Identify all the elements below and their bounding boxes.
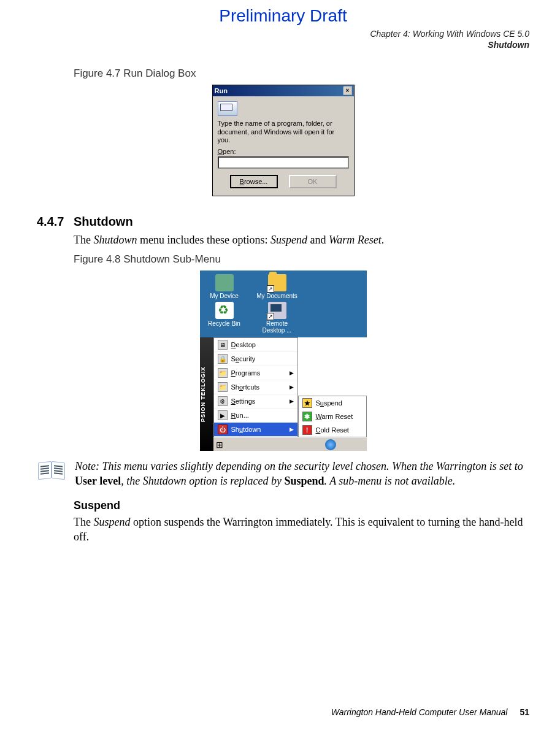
- run-dialog: Run × Type the name of a program, folder…: [212, 85, 355, 196]
- note-text: Note: This menu varies slightly dependin…: [75, 459, 529, 488]
- menu-item-run[interactable]: ▶Run...: [214, 409, 297, 423]
- folder-icon: ↗: [268, 274, 286, 291]
- cold-reset-icon: !: [302, 425, 312, 435]
- label: Remote Desktop ...: [256, 320, 298, 334]
- desktop-icon-my-device[interactable]: My Device: [204, 274, 245, 299]
- desktop-icon-recycle-bin[interactable]: Recycle Bin: [204, 302, 245, 334]
- suspend-paragraph: The Suspend option suspends the Warringt…: [74, 515, 529, 545]
- run-icon: ▶: [218, 410, 228, 420]
- shutdown-submenu-screenshot: My Device ↗ My Documents Recycle Bin ↗ R…: [200, 271, 367, 451]
- footer-page-number: 51: [520, 707, 529, 717]
- label: Recycle Bin: [204, 320, 245, 327]
- taskbar: ⊞: [213, 437, 367, 451]
- header-chapter: Chapter 4: Working With Windows CE 5.0: [37, 28, 529, 39]
- close-icon[interactable]: ×: [343, 86, 352, 95]
- footer-manual-title: Warrington Hand-Held Computer User Manua…: [331, 707, 508, 717]
- menu-item-desktop[interactable]: 🖥Desktop: [214, 338, 297, 352]
- book-icon: [37, 459, 66, 482]
- section-title: Shutdown: [74, 215, 133, 229]
- power-icon: ⏻: [218, 424, 228, 434]
- open-input[interactable]: [218, 156, 349, 169]
- page-footer: Warrington Hand-Held Computer User Manua…: [37, 707, 529, 717]
- remote-desktop-icon: ↗: [268, 302, 286, 319]
- desktop-icon-remote-desktop[interactable]: ↗ Remote Desktop ...: [256, 302, 298, 334]
- header-section: Shutdown: [37, 39, 529, 50]
- desktop-icon: 🖥: [218, 340, 228, 350]
- figure-4-7-caption: Figure 4.7 Run Dialog Box: [74, 67, 529, 80]
- menu-item-programs[interactable]: 📁Programs▶: [214, 366, 297, 380]
- menu-item-security[interactable]: 🔒Security: [214, 352, 297, 366]
- suspend-heading: Suspend: [74, 499, 529, 512]
- shutdown-submenu: ★Suspend ✱Warm Reset !Cold Reset: [298, 396, 367, 437]
- browse-button[interactable]: Browse...: [230, 175, 278, 188]
- menu-item-shutdown[interactable]: ⏻Shutdown▶: [214, 423, 297, 437]
- shortcuts-icon: 📁: [218, 382, 228, 392]
- shortcut-arrow-icon: ↗: [267, 313, 274, 320]
- figure-4-8-caption: Figure 4.8 Shutdown Sub-Menu: [74, 253, 529, 266]
- warm-reset-icon: ✱: [302, 412, 312, 421]
- label: My Documents: [256, 293, 298, 299]
- run-dialog-titlebar: Run ×: [213, 85, 354, 96]
- settings-icon: ⚙: [218, 396, 228, 406]
- desktop-area: My Device ↗ My Documents Recycle Bin ↗ R…: [200, 271, 367, 337]
- device-icon: [215, 274, 234, 291]
- chevron-right-icon: ▶: [290, 426, 294, 432]
- submenu-item-suspend[interactable]: ★Suspend: [299, 396, 366, 410]
- programs-icon: 📁: [218, 368, 228, 378]
- submenu-item-cold-reset[interactable]: !Cold Reset: [299, 423, 366, 437]
- label: My Device: [204, 293, 245, 299]
- preliminary-draft-label: Preliminary Draft: [37, 6, 529, 26]
- chevron-right-icon: ▶: [290, 398, 294, 404]
- page-header: Chapter 4: Working With Windows CE 5.0 S…: [37, 28, 529, 50]
- note-block: Note: This menu varies slightly dependin…: [37, 459, 529, 488]
- open-label: Open:: [218, 148, 349, 155]
- chevron-right-icon: ▶: [290, 384, 294, 390]
- run-description: Type the name of a program, folder, or d…: [218, 120, 349, 144]
- chevron-right-icon: ▶: [290, 370, 294, 376]
- run-icon: [218, 101, 237, 116]
- shortcut-arrow-icon: ↗: [267, 285, 274, 293]
- start-button[interactable]: ⊞: [216, 440, 223, 450]
- recycle-icon: [215, 302, 234, 319]
- section-number: 4.4.7: [37, 215, 74, 229]
- run-title-text: Run: [215, 87, 228, 94]
- menu-item-shortcuts[interactable]: 📁Shortcuts▶: [214, 380, 297, 394]
- start-menu: 🖥Desktop 🔒Security 📁Programs▶ 📁Shortcuts…: [213, 337, 298, 437]
- desktop-icon-my-documents[interactable]: ↗ My Documents: [256, 274, 298, 299]
- submenu-item-warm-reset[interactable]: ✱Warm Reset: [299, 410, 366, 423]
- shutdown-intro: The Shutdown menu includes these options…: [74, 232, 529, 247]
- lock-icon: 🔒: [218, 354, 228, 364]
- globe-icon[interactable]: [325, 439, 336, 450]
- suspend-icon: ★: [302, 398, 312, 408]
- menu-item-settings[interactable]: ⚙Settings▶: [214, 394, 297, 409]
- start-menu-brand-strip: PSION TEKLOGIX: [200, 337, 213, 451]
- ok-button[interactable]: OK: [289, 175, 337, 188]
